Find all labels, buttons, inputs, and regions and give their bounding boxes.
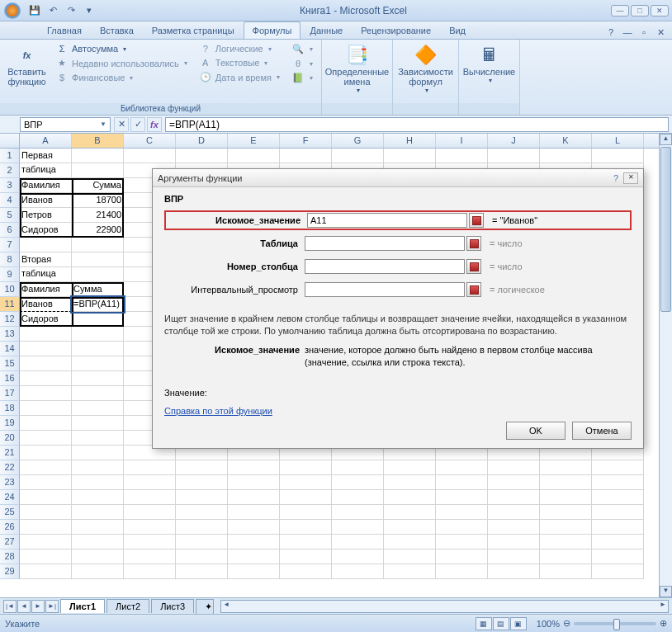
sheet-tab-1[interactable]: Лист1: [60, 599, 105, 613]
cell-I27[interactable]: [436, 535, 488, 549]
function-help-link[interactable]: Справка по этой функции: [164, 406, 272, 416]
cell-A19[interactable]: [20, 416, 72, 431]
column-header-L[interactable]: L: [592, 134, 644, 148]
cell-B19[interactable]: [72, 416, 124, 431]
column-header-B[interactable]: B: [72, 134, 124, 148]
cell-B22[interactable]: [72, 460, 124, 475]
range-select-button[interactable]: [469, 213, 484, 228]
tab-insert[interactable]: Вставка: [91, 21, 143, 39]
cell-G23[interactable]: [332, 475, 384, 490]
cell-J23[interactable]: [488, 475, 540, 490]
cell-F25[interactable]: [280, 505, 332, 520]
cell-A2[interactable]: [20, 163, 72, 178]
row-header-1[interactable]: 1: [0, 149, 20, 163]
cell-B5[interactable]: 21400: [72, 208, 124, 223]
column-header-A[interactable]: A: [20, 134, 72, 148]
more-button[interactable]: 📗: [288, 71, 316, 85]
cell-B23[interactable]: [72, 475, 124, 490]
cell-B7[interactable]: [72, 238, 124, 252]
row-header-3[interactable]: 3: [0, 178, 20, 193]
cell-E1[interactable]: [228, 149, 280, 163]
tab-home[interactable]: Главная: [38, 21, 91, 39]
cell-K26[interactable]: [540, 520, 592, 535]
maximize-button[interactable]: □: [631, 5, 649, 17]
cell-G22[interactable]: [332, 460, 384, 475]
cell-I22[interactable]: [436, 460, 488, 475]
cell-D25[interactable]: [176, 505, 228, 520]
cell-A7[interactable]: [20, 238, 72, 252]
lookup-button[interactable]: 🔍: [288, 42, 316, 56]
column-headers[interactable]: ABCDEFGHIJKL: [20, 134, 672, 149]
cell-C28[interactable]: [124, 549, 176, 564]
cell-J25[interactable]: [488, 505, 540, 520]
cell-I25[interactable]: [436, 505, 488, 520]
view-pagebreak-icon[interactable]: ▣: [510, 617, 527, 630]
cell-H29[interactable]: [384, 564, 436, 579]
row-header-10[interactable]: 10: [0, 282, 20, 297]
cell-C29[interactable]: [124, 564, 176, 579]
cell-G29[interactable]: [332, 564, 384, 579]
cell-A25[interactable]: [20, 505, 72, 520]
vertical-scrollbar[interactable]: ▲ ▼: [659, 134, 672, 597]
cell-A3[interactable]: Фамилия: [20, 178, 72, 193]
cell-H23[interactable]: [384, 475, 436, 490]
insert-function-button[interactable]: fx Вставить функцию: [5, 42, 49, 88]
namebox-dropdown-icon[interactable]: ▼: [100, 120, 106, 128]
cell-A12[interactable]: Сидоров: [20, 312, 72, 327]
tab-formulas[interactable]: Формулы: [244, 21, 301, 39]
math-button[interactable]: θ: [288, 57, 316, 70]
cell-A14[interactable]: [20, 342, 72, 356]
dialog-close-button[interactable]: ✕: [623, 172, 638, 184]
cell-G25[interactable]: [332, 505, 384, 520]
sheet-tab-2[interactable]: Лист2: [106, 599, 149, 613]
tab-view[interactable]: Вид: [440, 21, 475, 39]
cell-G1[interactable]: [332, 149, 384, 163]
column-header-C[interactable]: C: [124, 134, 176, 148]
range-select-button[interactable]: [466, 236, 481, 251]
cell-A18[interactable]: [20, 401, 72, 416]
row-header-25[interactable]: 25: [0, 505, 20, 520]
row-header-27[interactable]: 27: [0, 535, 20, 549]
cell-D1[interactable]: [176, 149, 228, 163]
cell-I26[interactable]: [436, 520, 488, 535]
row-header-14[interactable]: 14: [0, 342, 20, 356]
cell-I1[interactable]: [436, 149, 488, 163]
row-header-24[interactable]: 24: [0, 490, 20, 505]
cell-H28[interactable]: [384, 549, 436, 564]
cell-C27[interactable]: [124, 535, 176, 549]
cell-E28[interactable]: [228, 549, 280, 564]
cell-D27[interactable]: [176, 535, 228, 549]
cell-A5[interactable]: Петров: [20, 208, 72, 223]
qat-dropdown-icon[interactable]: ▾: [83, 4, 96, 17]
column-header-I[interactable]: I: [436, 134, 488, 148]
cell-F24[interactable]: [280, 490, 332, 505]
row-header-11[interactable]: 11: [0, 297, 20, 312]
cell-C1[interactable]: [124, 149, 176, 163]
row-header-6[interactable]: 6: [0, 223, 20, 238]
cell-F1[interactable]: [280, 149, 332, 163]
column-header-E[interactable]: E: [228, 134, 280, 148]
cell-B29[interactable]: [72, 564, 124, 579]
cell-G28[interactable]: [332, 549, 384, 564]
cell-B6[interactable]: 22900: [72, 223, 124, 238]
cell-L26[interactable]: [592, 520, 644, 535]
cell-H24[interactable]: [384, 490, 436, 505]
cell-I23[interactable]: [436, 475, 488, 490]
cell-C23[interactable]: [124, 475, 176, 490]
tab-nav-prev[interactable]: ◄: [17, 600, 31, 613]
cell-B1[interactable]: [72, 149, 124, 163]
cell-B15[interactable]: [72, 356, 124, 371]
row-headers[interactable]: 1234567891011121314151617181920212223242…: [0, 149, 20, 579]
name-box[interactable]: ВПР▼: [20, 117, 111, 132]
cell-D22[interactable]: [176, 460, 228, 475]
logical-button[interactable]: ?Логические: [196, 42, 283, 55]
cell-L23[interactable]: [592, 475, 644, 490]
cell-L24[interactable]: [592, 490, 644, 505]
office-button[interactable]: [0, 0, 25, 21]
cell-A29[interactable]: [20, 564, 72, 579]
tab-data[interactable]: Данные: [301, 21, 352, 39]
cell-F27[interactable]: [280, 535, 332, 549]
undo-icon[interactable]: ↶: [46, 4, 59, 17]
row-header-29[interactable]: 29: [0, 564, 20, 579]
sheet-tab-3[interactable]: Лист3: [151, 599, 194, 613]
